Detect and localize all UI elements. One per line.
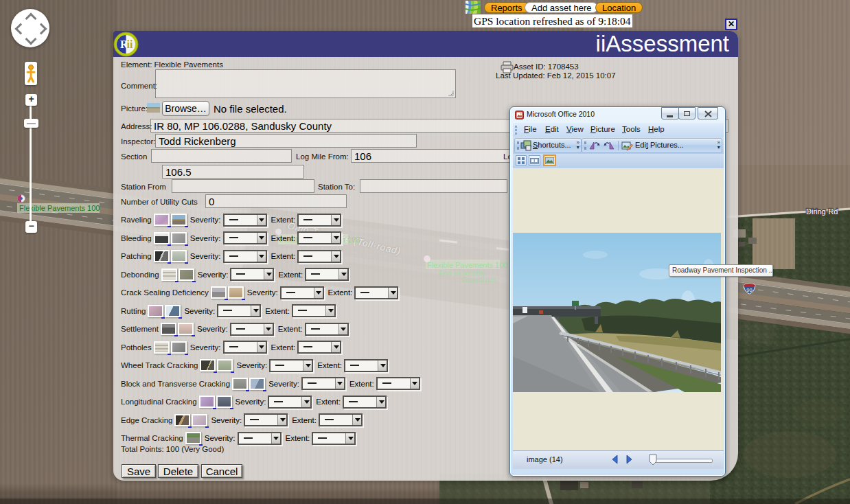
svg-text:Diring·Rd: Diring·Rd	[806, 207, 838, 216]
svg-text:ii: ii	[127, 38, 133, 50]
